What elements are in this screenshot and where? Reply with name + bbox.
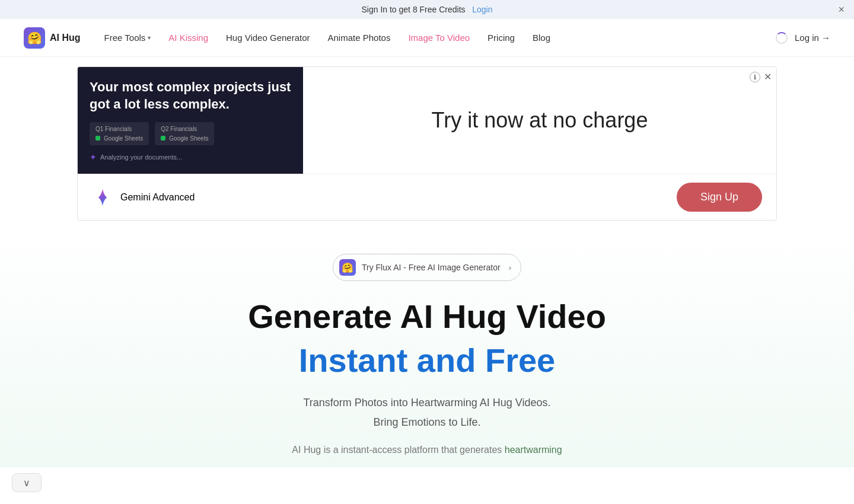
hero-subtitle-2: Bring Emotions to Life. <box>12 414 842 431</box>
hero-section: 🤗 Try Flux AI - Free AI Image Generator … <box>0 230 854 467</box>
ad-banner: ℹ ✕ Your most complex projects just got … <box>77 66 777 221</box>
navbar: 🤗 AI Hug Free Tools ▾ AI Kissing Hug Vid… <box>0 19 854 57</box>
login-button[interactable]: Log in → <box>795 33 830 43</box>
ad-main-copy: Your most complex projects just got a lo… <box>90 79 291 113</box>
nav-item-free-tools[interactable]: Free Tools ▾ <box>104 33 151 43</box>
ad-analyzing-label: Analyzing your documents... <box>100 154 182 161</box>
ad-left-panel: Your most complex projects just got a lo… <box>78 67 303 174</box>
ad-footer: Gemini Advanced Sign Up <box>78 174 776 220</box>
ad-doc-q1: Q1 Financials Google Sheets <box>90 122 149 145</box>
nav-item-animate-photos[interactable]: Animate Photos <box>328 33 391 43</box>
ad-content: Your most complex projects just got a lo… <box>78 67 776 174</box>
loading-spinner <box>776 32 788 44</box>
hero-desc-link[interactable]: heartwarming <box>505 445 562 455</box>
ad-close-button[interactable]: ✕ <box>764 72 772 82</box>
flux-badge[interactable]: 🤗 Try Flux AI - Free AI Image Generator … <box>333 254 521 281</box>
chevron-down-icon: ▾ <box>148 34 151 41</box>
logo-text: AI Hug <box>50 33 81 43</box>
ad-doc-q2-label: Q2 Financials <box>161 126 208 132</box>
google-sheets-text-2: Google Sheets <box>169 135 208 142</box>
banner-text: Sign In to get 8 Free Credits <box>361 5 465 14</box>
ad-info-icon[interactable]: ℹ <box>750 72 760 82</box>
hero-title-line1: Generate AI Hug Video <box>12 298 842 336</box>
hero-title-line2: Instant and Free <box>12 342 842 379</box>
ad-right-panel: Try it now at no charge <box>303 67 776 174</box>
ad-info-bar: ℹ ✕ <box>750 72 772 82</box>
google-sheets-text: Google Sheets <box>104 135 143 142</box>
nav-links: Free Tools ▾ AI Kissing Hug Video Genera… <box>104 33 776 43</box>
top-banner: Sign In to get 8 Free Credits Login × <box>0 0 854 19</box>
sparkle-icon: ✦ <box>90 152 97 162</box>
ad-analyzing-text: ✦ Analyzing your documents... <box>90 152 291 162</box>
ad-doc-q1-label: Q1 Financials <box>95 126 143 132</box>
scroll-down-button[interactable]: ∨ <box>12 473 42 492</box>
banner-login-link[interactable]: Login <box>472 5 492 14</box>
logo-icon: 🤗 <box>24 27 45 49</box>
hero-description: AI Hug is a instant-access platform that… <box>12 445 842 455</box>
nav-item-ai-kissing[interactable]: AI Kissing <box>168 33 208 43</box>
chevron-right-icon: › <box>509 263 511 272</box>
banner-close-button[interactable]: × <box>838 4 845 15</box>
hero-subtitle-1: Transform Photos into Heartwarming AI Hu… <box>12 394 842 412</box>
ad-documents: Q1 Financials Google Sheets Q2 Financial… <box>90 122 291 145</box>
ad-tagline: Try it now at no charge <box>432 108 648 133</box>
flux-badge-text: Try Flux AI - Free AI Image Generator <box>362 263 501 272</box>
nav-logo[interactable]: 🤗 AI Hug <box>24 27 81 49</box>
nav-right: Log in → <box>776 32 830 44</box>
gemini-logo-icon <box>92 187 113 208</box>
hero-desc-prefix: AI Hug is a instant-access platform that… <box>292 445 502 455</box>
nav-item-pricing[interactable]: Pricing <box>487 33 515 43</box>
chevron-down-icon: ∨ <box>23 477 30 489</box>
nav-free-tools-label: Free Tools <box>104 33 146 43</box>
google-sheets-badge <box>95 136 100 141</box>
flux-badge-icon: 🤗 <box>339 259 356 276</box>
ad-brand: Gemini Advanced <box>92 187 195 208</box>
google-sheets-badge-2 <box>161 136 165 141</box>
nav-item-image-to-video[interactable]: Image To Video <box>408 33 470 43</box>
ad-signup-button[interactable]: Sign Up <box>677 183 762 212</box>
ad-doc-q2: Q2 Financials Google Sheets <box>155 122 214 145</box>
ad-brand-name: Gemini Advanced <box>120 192 195 203</box>
nav-item-hug-video[interactable]: Hug Video Generator <box>226 33 310 43</box>
nav-item-blog[interactable]: Blog <box>533 33 550 43</box>
